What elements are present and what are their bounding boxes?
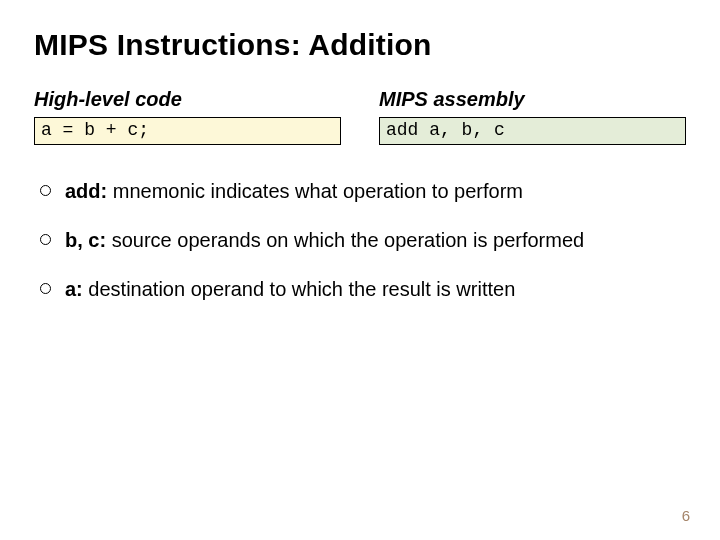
bullet-text: destination operand to which the result … [83,278,515,300]
high-level-label: High-level code [34,88,341,111]
bullet-lead: add: [65,180,107,202]
bullet-text: source operands on which the operation i… [106,229,584,251]
list-item: b, c: source operands on which the opera… [40,228,686,253]
code-columns: High-level code a = b + c; MIPS assembly… [34,88,686,145]
page-number: 6 [682,507,690,524]
slide-title: MIPS Instructions: Addition [34,28,686,62]
assembly-label: MIPS assembly [379,88,686,111]
bullet-lead: a: [65,278,83,300]
list-item: a: destination operand to which the resu… [40,277,686,302]
bullet-text: mnemonic indicates what operation to per… [107,180,523,202]
bullet-icon [40,234,51,245]
assembly-column: MIPS assembly add a, b, c [379,88,686,145]
assembly-codebox: add a, b, c [379,117,686,145]
bullet-icon [40,185,51,196]
list-item: add: mnemonic indicates what operation t… [40,179,686,204]
bullet-list: add: mnemonic indicates what operation t… [40,179,686,302]
high-level-codebox: a = b + c; [34,117,341,145]
high-level-column: High-level code a = b + c; [34,88,341,145]
bullet-lead: b, c: [65,229,106,251]
bullet-icon [40,283,51,294]
